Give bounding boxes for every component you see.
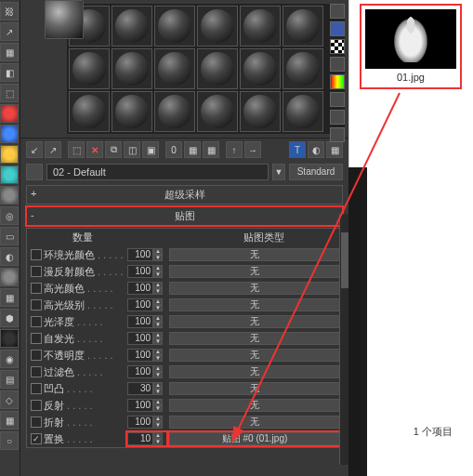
active-material-preview[interactable] (45, 0, 84, 39)
make-copy-icon[interactable]: ⧉ (105, 141, 122, 158)
map-amount-input[interactable]: 100 (127, 349, 153, 362)
go-forward-icon[interactable]: → (244, 141, 261, 158)
toolbar-icon[interactable]: ▦ (326, 141, 343, 158)
map-slot-button[interactable]: 无 (169, 416, 340, 429)
assign-to-selection-icon[interactable]: ⬚ (68, 141, 85, 158)
tool-icon[interactable] (0, 329, 19, 348)
material-slot[interactable] (282, 6, 323, 46)
name-dropdown-icon[interactable]: ▼ (272, 164, 285, 180)
map-slot-button[interactable]: 贴图 #0 (01.jpg) (169, 432, 340, 445)
rollout-maps[interactable]: -贴图 (26, 206, 343, 226)
tool-sphere-yellow[interactable] (0, 145, 19, 164)
rollout-supersampling[interactable]: +超级采样 (26, 185, 343, 205)
spinner-down-icon[interactable]: ▼ (153, 255, 163, 261)
tool-icon[interactable]: ◉ (0, 350, 19, 368)
map-amount-input[interactable]: 100 (127, 265, 153, 278)
spinner-up-icon[interactable]: ▲ (153, 432, 163, 439)
map-amount-input[interactable]: 100 (127, 365, 153, 378)
spinner-down-icon[interactable]: ▼ (153, 322, 163, 328)
material-slot[interactable] (240, 48, 281, 89)
tool-icon[interactable]: ◇ (0, 390, 19, 409)
spinner-up-icon[interactable]: ▲ (153, 365, 163, 372)
map-amount-input[interactable]: 100 (127, 248, 153, 261)
tool-icon[interactable]: ◎ (0, 206, 19, 225)
tool-sphere-blue[interactable] (0, 125, 19, 143)
scrollbar[interactable] (339, 214, 348, 465)
map-checkbox[interactable] (31, 416, 42, 428)
material-id-icon[interactable]: 0 (165, 141, 182, 158)
material-slot[interactable] (240, 6, 281, 46)
spinner-up-icon[interactable]: ▲ (153, 265, 163, 271)
spinner-down-icon[interactable]: ▼ (153, 389, 163, 395)
spinner-up-icon[interactable]: ▲ (153, 349, 163, 355)
material-slot[interactable] (69, 48, 110, 89)
background-icon[interactable] (330, 39, 345, 54)
tool-link-icon[interactable]: ⛓ (0, 2, 19, 20)
spinner-down-icon[interactable]: ▼ (153, 439, 163, 445)
map-slot-button[interactable]: 无 (169, 332, 340, 345)
map-slot-button[interactable]: 无 (169, 349, 340, 362)
tool-icon[interactable] (0, 268, 19, 286)
go-to-parent-icon[interactable]: ↑ (226, 141, 243, 158)
material-slot[interactable] (282, 48, 323, 89)
map-amount-input[interactable]: 100 (127, 298, 153, 311)
tool-icon[interactable]: ⬢ (0, 309, 19, 327)
backlight-icon[interactable] (330, 21, 345, 36)
spinner-down-icon[interactable]: ▼ (153, 355, 163, 362)
map-checkbox[interactable] (31, 366, 42, 377)
material-slot[interactable] (112, 6, 152, 46)
map-checkbox[interactable] (31, 400, 42, 411)
material-slot[interactable] (69, 91, 110, 132)
spinner-down-icon[interactable]: ▼ (153, 372, 163, 378)
map-amount-input[interactable]: 30 (127, 382, 153, 395)
map-checkbox[interactable] (31, 249, 42, 260)
map-amount-input[interactable]: 100 (127, 282, 153, 295)
spinner-down-icon[interactable]: ▼ (153, 305, 163, 311)
map-slot-button[interactable]: 无 (169, 382, 340, 395)
tool-icon[interactable]: ◐ (0, 247, 19, 266)
spinner-down-icon[interactable]: ▼ (153, 271, 163, 278)
put-to-scene-icon[interactable]: ↗ (45, 141, 61, 158)
toolbar-icon[interactable]: T (289, 141, 306, 158)
spinner-up-icon[interactable]: ▲ (153, 298, 163, 305)
spinner-up-icon[interactable]: ▲ (153, 315, 163, 322)
pick-material-icon[interactable] (26, 164, 43, 180)
file-thumbnail[interactable]: 01.jpg (360, 4, 462, 89)
make-unique-icon[interactable]: ◫ (124, 141, 140, 158)
sample-uv-icon[interactable] (330, 57, 345, 72)
material-slot[interactable] (112, 48, 152, 89)
tool-icon[interactable]: ◧ (0, 63, 19, 82)
show-map-icon[interactable]: ▦ (184, 141, 201, 158)
tool-icon[interactable]: ○ (0, 431, 19, 450)
map-checkbox[interactable] (31, 350, 42, 361)
map-checkbox[interactable] (31, 283, 42, 294)
options-icon[interactable] (330, 92, 345, 107)
map-amount-input[interactable]: 100 (127, 416, 153, 429)
map-slot-button[interactable]: 无 (169, 248, 340, 261)
material-map-navigator-icon[interactable] (330, 127, 345, 142)
material-slot[interactable] (112, 91, 152, 132)
spinner-up-icon[interactable]: ▲ (153, 248, 163, 255)
map-checkbox[interactable] (31, 383, 42, 394)
material-slot[interactable] (154, 91, 195, 132)
tool-sphere-teal[interactable] (0, 165, 19, 184)
spinner-up-icon[interactable]: ▲ (153, 399, 163, 405)
spinner-up-icon[interactable]: ▲ (153, 416, 163, 422)
map-slot-button[interactable]: 无 (169, 265, 340, 278)
material-name-input[interactable] (46, 164, 269, 180)
tool-icon[interactable]: ▭ (0, 227, 19, 245)
map-checkbox[interactable]: ✓ (31, 433, 42, 444)
show-end-result-icon[interactable]: ▦ (203, 141, 219, 158)
tool-icon[interactable]: ⬚ (0, 84, 19, 102)
tool-icon[interactable]: ▤ (0, 370, 19, 389)
material-slot[interactable] (154, 6, 195, 46)
spinner-down-icon[interactable]: ▼ (153, 288, 163, 295)
map-amount-input[interactable]: 100 (127, 315, 153, 328)
spinner-up-icon[interactable]: ▲ (153, 282, 163, 288)
map-checkbox[interactable] (31, 316, 42, 327)
material-type-button[interactable]: Standard (289, 164, 343, 180)
map-amount-input[interactable]: 100 (127, 332, 153, 345)
material-slot[interactable] (197, 91, 238, 132)
material-slot[interactable] (240, 91, 281, 132)
map-checkbox[interactable] (31, 266, 42, 277)
